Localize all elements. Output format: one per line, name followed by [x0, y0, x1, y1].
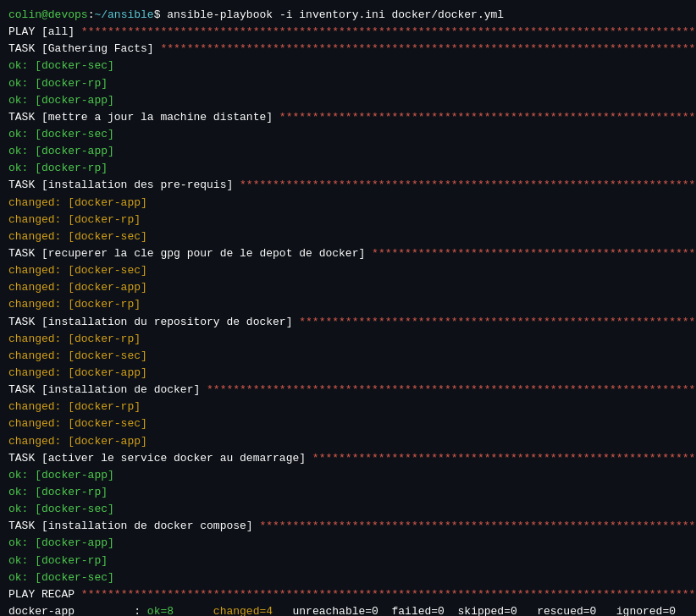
terminal-line: TASK [installation de docker compose] **… — [8, 518, 688, 535]
terminal-line: TASK [recuperer la cle gpg pour de le de… — [8, 245, 688, 262]
terminal-line: TASK [mettre a jour la machine distante]… — [8, 109, 688, 126]
terminal-line: docker-app : ok=8 changed=4 unreachable=… — [8, 603, 688, 616]
terminal-line: changed: [docker-sec] — [8, 262, 688, 279]
terminal-line: TASK [installation de docker] **********… — [8, 382, 688, 399]
terminal-line: PLAY RECAP *****************************… — [8, 586, 688, 603]
terminal-line: changed: [docker-sec] — [8, 228, 688, 245]
terminal-output: colin@devops:~/ansible$ ansible-playbook… — [8, 7, 688, 616]
terminal-line: ok: [docker-sec] — [8, 501, 688, 518]
terminal-line: ok: [docker-app] — [8, 92, 688, 109]
terminal-line: ok: [docker-sec] — [8, 569, 688, 586]
terminal-line: changed: [docker-rp] — [8, 331, 688, 348]
terminal-line: TASK [installation du repository de dock… — [8, 314, 688, 331]
terminal-line: changed: [docker-app] — [8, 433, 688, 450]
terminal-line: ok: [docker-app] — [8, 467, 688, 484]
terminal-line: ok: [docker-sec] — [8, 126, 688, 143]
terminal-line: changed: [docker-app] — [8, 365, 688, 382]
terminal-line: changed: [docker-app] — [8, 195, 688, 212]
terminal-line: changed: [docker-app] — [8, 279, 688, 296]
terminal-line: colin@devops:~/ansible$ ansible-playbook… — [8, 7, 688, 24]
terminal-line: ok: [docker-rp] — [8, 484, 688, 501]
terminal-line: ok: [docker-sec] — [8, 58, 688, 74]
terminal-line: ok: [docker-rp] — [8, 553, 688, 569]
terminal-line: TASK [Gathering Facts] *****************… — [8, 41, 688, 58]
terminal-line: ok: [docker-app] — [8, 535, 688, 552]
terminal-line: changed: [docker-rp] — [8, 212, 688, 228]
terminal-line: changed: [docker-sec] — [8, 348, 688, 365]
terminal-line: ok: [docker-app] — [8, 143, 688, 160]
terminal-line: TASK [activer le service docker au demar… — [8, 450, 688, 467]
terminal-line: PLAY [all] *****************************… — [8, 24, 688, 41]
terminal-line: ok: [docker-rp] — [8, 75, 688, 92]
terminal-line: changed: [docker-sec] — [8, 415, 688, 432]
terminal-line: TASK [installation des pre-requis] *****… — [8, 177, 688, 194]
terminal-line: changed: [docker-rp] — [8, 399, 688, 415]
terminal-line: changed: [docker-rp] — [8, 296, 688, 313]
terminal-line: ok: [docker-rp] — [8, 160, 688, 177]
